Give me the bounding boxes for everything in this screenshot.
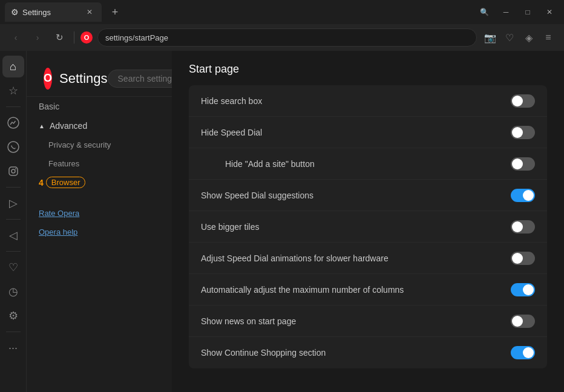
svg-point-1 [8,142,19,152]
toggle-hide-add-site[interactable] [511,157,535,171]
search-window-button[interactable]: 🔍 [474,4,494,21]
toolbar: ‹ › ↻ O settings/startPage 📷 ♡ ◈ ≡ [0,24,564,51]
svg-rect-2 [9,167,18,175]
svg-point-4 [15,168,16,169]
toolbar-right: 📷 ♡ ◈ ≡ [482,29,557,46]
browser-badge-label: Browser [46,177,86,188]
toolbar-divider [74,31,74,44]
window-controls: 🔍 ─ □ ✕ [474,4,559,21]
setting-label-hide-add-site: Hide "Add a site" button [225,159,315,169]
sidebar-star-button[interactable]: ☆ [2,80,24,102]
browser-badge: 4 Browser [39,177,85,188]
settings-tab[interactable]: ⚙ Settings ✕ [5,2,102,22]
toggle-use-bigger-tiles[interactable] [511,220,535,234]
setting-row-auto-columns: Automatically adjust the maximum number … [189,274,547,305]
nav-privacy[interactable]: Privacy & security [27,136,172,154]
forward-button[interactable]: › [29,29,46,46]
toggle-slider-show-speed-dial-suggestions [511,189,535,202]
setting-row-adjust-animations: Adjust Speed Dial animations for slower … [189,243,547,274]
address-bar[interactable]: settings/startPage [97,28,477,47]
sidebar-divider-2 [6,187,21,188]
toggle-show-speed-dial-suggestions[interactable] [511,189,535,202]
setting-label-hide-search-box: Hide search box [201,96,262,106]
new-tab-button[interactable]: + [107,4,123,21]
address-text: settings/startPage [105,33,168,42]
refresh-button[interactable]: ↻ [51,29,68,46]
setting-row-show-news: Show news on start page [189,305,547,337]
sidebar-divider-3 [6,219,21,220]
screenshot-button[interactable]: 📷 [482,29,499,46]
section-title: Start page [189,63,547,76]
nav-advanced[interactable]: ▲ Advanced [27,116,172,136]
advanced-label: Advanced [50,121,87,131]
setting-label-show-speed-dial-suggestions: Show Speed Dial suggestions [201,191,313,200]
features-label: Features [48,159,79,168]
setting-label-use-bigger-tiles: Use bigger tiles [201,222,260,232]
toggle-slider-auto-columns [511,283,535,296]
sidebar-instagram-button[interactable] [2,160,24,182]
nav-browser[interactable]: 4 Browser [27,173,172,192]
search-settings-input[interactable] [118,74,172,83]
toggle-slider-adjust-animations [511,252,535,265]
toggle-show-news[interactable] [511,315,535,328]
sidebar-divider-1 [6,106,21,107]
setting-label-continue-shopping: Show Continue Shopping section [201,348,326,358]
sidebar-send-button[interactable]: ◁ [2,224,24,246]
settings-card: Hide search box Hide Speed Dial [189,85,547,368]
setting-row-continue-shopping: Show Continue Shopping section [189,337,547,368]
sidebar-gear-button[interactable]: ⚙ [2,305,24,327]
toggle-slider-hide-speed-dial [511,126,535,139]
sidebar-icons: ⌂ ☆ ▷ ◁ ♡ ◷ ⚙ ··· [0,51,27,392]
sidebar-clock-button[interactable]: ◷ [2,281,24,302]
setting-row-hide-add-site: Hide "Add a site" button [189,148,547,180]
toggle-slider-continue-shopping [511,346,535,359]
minimize-button[interactable]: ─ [496,4,516,21]
toggle-slider-hide-search-box [511,94,535,108]
close-window-button[interactable]: ✕ [540,4,559,21]
rate-opera-link[interactable]: Rate Opera [27,204,172,223]
back-button[interactable]: ‹ [7,29,24,46]
setting-label-auto-columns: Automatically adjust the maximum number … [201,285,404,295]
settings-content: Start page Hide search box Hide Speed Di… [172,51,564,392]
opera-logo-large: O [44,68,52,90]
menu-button[interactable]: ≡ [540,29,557,46]
wallet-button[interactable]: ◈ [520,29,537,46]
toggle-auto-columns[interactable] [511,283,535,296]
settings-tab-icon: ⚙ [11,7,19,17]
main-layout: ⌂ ☆ ▷ ◁ ♡ ◷ ⚙ ··· O Settings 🔍 [0,51,564,392]
tab-close-button[interactable]: ✕ [84,6,96,18]
bookmark-button[interactable]: ♡ [501,29,518,46]
maximize-button[interactable]: □ [518,4,537,21]
browser-badge-num: 4 [39,178,44,188]
toggle-hide-search-box[interactable] [511,94,535,108]
toggle-slider-hide-add-site [511,157,535,171]
setting-row-hide-speed-dial: Hide Speed Dial [189,117,547,148]
settings-header: O Settings 🔍 [27,60,172,97]
sidebar-heart-button[interactable]: ♡ [2,256,24,278]
opera-logo: O [80,31,93,44]
settings-sidebar: O Settings 🔍 Basic ▲ Advanced Privacy & … [27,51,172,392]
sidebar-divider-4 [6,251,21,252]
svg-point-3 [11,169,15,173]
sidebar-messenger-button[interactable] [2,112,24,134]
sidebar-player-button[interactable]: ▷ [2,192,24,214]
toggle-continue-shopping[interactable] [511,346,535,359]
content-right: Start page Hide search box Hide Speed Di… [172,51,564,392]
sidebar-whatsapp-button[interactable] [2,136,24,158]
setting-label-show-news: Show news on start page [201,316,296,326]
sidebar-more-button[interactable]: ··· [2,337,24,359]
toggle-slider-use-bigger-tiles [511,220,535,234]
toggle-slider-show-news [511,315,535,328]
privacy-label: Privacy & security [48,140,111,149]
search-settings-container[interactable]: 🔍 [108,70,172,88]
settings-tab-label: Settings [22,8,51,17]
nav-basic[interactable]: Basic [27,97,172,116]
setting-row-show-speed-dial-suggestions: Show Speed Dial suggestions [189,180,547,211]
toggle-adjust-animations[interactable] [511,252,535,265]
advanced-chevron: ▲ [39,123,45,129]
opera-help-link[interactable]: Opera help [27,223,172,241]
sidebar-home-button[interactable]: ⌂ [2,56,24,77]
basic-label: Basic [39,102,59,111]
toggle-hide-speed-dial[interactable] [511,126,535,139]
nav-features[interactable]: Features [27,154,172,173]
